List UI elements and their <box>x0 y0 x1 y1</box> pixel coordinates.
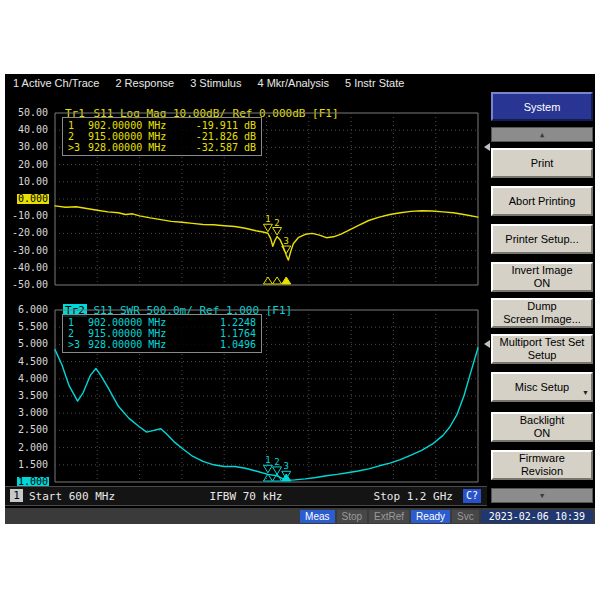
y-tick-label: 3.000 <box>17 408 49 418</box>
instrument-status-bar: MeasStopExtRefReadySvc 2023-02-06 10:39 <box>5 508 595 524</box>
softkey-menu: System ▲ PrintAbort PrintingPrinter Setu… <box>489 91 595 511</box>
marker-3-number: 3 <box>284 236 289 246</box>
softkey-invert-image[interactable]: Invert ImageON <box>491 262 593 292</box>
status-indicator-extref: ExtRef <box>369 510 409 523</box>
softkey-dump[interactable]: DumpScreen Image... <box>491 298 593 328</box>
marker-value: -19.911 dB <box>180 120 256 131</box>
y-tick-label: 5.500 <box>17 322 49 332</box>
marker-1-number: 1 <box>265 214 270 224</box>
marker-1-symbol <box>263 224 272 232</box>
y-tick-label: 30.00 <box>17 142 49 152</box>
marker-frequency: 902.00000 MHz <box>88 120 180 131</box>
marker-number: 2 <box>68 328 88 339</box>
softkey-abort-printing[interactable]: Abort Printing <box>491 186 593 216</box>
marker-readout-row: 1902.00000 MHz-19.911 dB <box>68 120 256 131</box>
softkey-scroll-up[interactable]: ▲ <box>491 127 593 142</box>
tr2-marker-readout: 1902.00000 MHz1.22482915.00000 MHz1.1764… <box>62 314 262 353</box>
marker-1-stimulus-indicator <box>263 277 272 284</box>
marker-frequency: 915.00000 MHz <box>88 131 180 142</box>
marker-1-number: 1 <box>265 455 270 465</box>
marker-2-number: 2 <box>274 218 279 228</box>
start-frequency-label: Start 600 MHz <box>29 490 115 503</box>
marker-readout-row: 2915.00000 MHz-21.826 dB <box>68 131 256 142</box>
submenu-arrow-icon: ▼ <box>582 386 589 399</box>
marker-number: 1 <box>68 317 88 328</box>
softkey-print[interactable]: Print <box>491 148 593 178</box>
softkey-label: Dump <box>527 300 556 313</box>
marker-frequency: 928.00000 MHz <box>88 339 180 350</box>
channel-number-badge: 1 <box>10 489 23 502</box>
marker-frequency: 902.00000 MHz <box>88 317 180 328</box>
softkey-label: Backlight <box>520 414 565 427</box>
menu-item-5[interactable]: 5 Instr State <box>345 77 404 89</box>
softkey-label-line2: Screen Image... <box>503 313 581 326</box>
marker-number: >3 <box>68 142 88 153</box>
marker-readout-row: >3928.00000 MHz1.0496 <box>68 339 256 350</box>
y-tick-label: -30.00 <box>11 246 49 256</box>
softkey-backlight[interactable]: BacklightON <box>491 412 593 442</box>
y-tick-label: 0.000 <box>17 194 49 204</box>
status-indicator-stop: Stop <box>337 510 368 523</box>
y-tick-label: 40.00 <box>17 125 49 135</box>
softkey-label-line2: Revision <box>521 465 563 478</box>
menu-item-2[interactable]: 2 Response <box>115 77 174 89</box>
status-indicator-svc: Svc <box>452 510 479 523</box>
marker-readout-row: >3928.00000 MHz-32.587 dB <box>68 142 256 153</box>
status-indicator-ready: Ready <box>411 510 450 523</box>
marker-frequency: 915.00000 MHz <box>88 328 180 339</box>
marker-value: -32.587 dB <box>180 142 256 153</box>
status-indicator-meas: Meas <box>300 510 334 523</box>
softkey-label: Invert Image <box>511 264 572 277</box>
softkey-label: Printer Setup... <box>505 233 578 246</box>
menu-item-4[interactable]: 4 Mkr/Analysis <box>257 77 329 89</box>
vna-screenshot: 1 Active Ch/Trace2 Response3 Stimulus4 M… <box>0 0 600 600</box>
softkey-misc-setup[interactable]: Misc Setup▼ <box>491 372 593 402</box>
marker-readout-row: 1902.00000 MHz1.2248 <box>68 317 256 328</box>
y-tick-label: 4.000 <box>17 374 49 384</box>
y-tick-label: 4.500 <box>17 357 49 367</box>
marker-frequency: 928.00000 MHz <box>88 142 180 153</box>
softkey-label-line2: Setup <box>528 349 557 362</box>
softkey-multiport-test-set[interactable]: Multiport Test SetSetup <box>491 334 593 364</box>
graph-area: Tr1 S11 Log Mag 10.00dB/ Ref 0.000dB [F1… <box>5 91 487 487</box>
y-tick-label: 10.00 <box>17 177 49 187</box>
softkey-firmware[interactable]: FirmwareRevision <box>491 450 593 480</box>
softkey-label-line2: ON <box>534 427 551 440</box>
marker-number: 2 <box>68 131 88 142</box>
marker-value: 1.2248 <box>180 317 256 328</box>
menu-item-1[interactable]: 1 Active Ch/Trace <box>13 77 99 89</box>
y-tick-label: -50.00 <box>11 280 49 290</box>
tr1-marker-readout: 1902.00000 MHz-19.911 dB2915.00000 MHz-2… <box>62 117 262 156</box>
softkey-printer-setup[interactable]: Printer Setup... <box>491 224 593 254</box>
softkey-scroll-down[interactable]: ▼ <box>491 488 593 503</box>
y-tick-label: 1.500 <box>17 460 49 470</box>
marker-2-stimulus-indicator <box>273 277 282 284</box>
marker-2-number: 2 <box>274 457 279 467</box>
stop-frequency-label: Stop 1.2 GHz <box>374 490 453 503</box>
menu-item-3[interactable]: 3 Stimulus <box>190 77 241 89</box>
datetime-label: 2023-02-06 10:39 <box>481 510 593 523</box>
analyzer-screen: 1 Active Ch/Trace2 Response3 Stimulus4 M… <box>5 74 595 524</box>
y-tick-label: 2.000 <box>17 443 49 453</box>
softkey-label: Firmware <box>519 452 565 465</box>
marker-number: >3 <box>68 339 88 350</box>
scroll-down-arrow-icon: ▼ <box>540 492 544 500</box>
y-tick-label: 3.500 <box>17 391 49 401</box>
y-tick-label: 50.00 <box>17 108 49 118</box>
marker-number: 1 <box>68 120 88 131</box>
y-tick-label: 6.000 <box>17 305 49 315</box>
marker-3-stimulus-indicator <box>282 474 291 481</box>
tr1-y-axis-labels: 50.0040.0030.0020.0010.000.000-10.00-20.… <box>5 113 51 285</box>
marker-3-stimulus-indicator <box>282 277 291 284</box>
softkey-label-line2: ON <box>534 277 551 290</box>
softkey-menu-title: System <box>491 92 593 121</box>
marker-1-symbol <box>263 465 272 473</box>
y-tick-label: 5.000 <box>17 339 49 349</box>
channel-status-bar: 1 Start 600 MHz IFBW 70 kHz Stop 1.2 GHz… <box>5 486 487 506</box>
marker-readout-row: 2915.00000 MHz1.1764 <box>68 328 256 339</box>
y-tick-label: -10.00 <box>11 211 49 221</box>
y-tick-label: 20.00 <box>17 160 49 170</box>
y-tick-label: 2.500 <box>17 425 49 435</box>
menu-bar: 1 Active Ch/Trace2 Response3 Stimulus4 M… <box>5 74 595 91</box>
tr2-y-axis-labels: 6.0005.5005.0004.5004.0003.5003.0002.500… <box>5 310 51 482</box>
